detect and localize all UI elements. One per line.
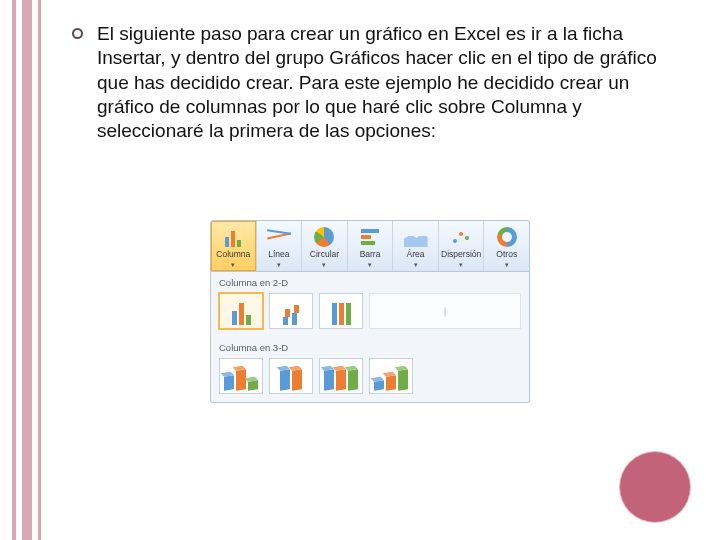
chevron-down-icon: ▾ — [414, 261, 418, 268]
chevron-down-icon: ▾ — [459, 261, 463, 268]
bar-chart-icon — [361, 227, 379, 247]
scatter-chart-icon — [450, 227, 472, 247]
decor-stripe — [12, 0, 16, 540]
chevron-down-icon: ▾ — [277, 261, 281, 268]
gallery-section-3d-title: Columna en 3-D — [211, 337, 529, 356]
chevron-down-icon: ▾ — [505, 261, 509, 268]
paragraph-text: El siguiente paso para crear un gráfico … — [97, 22, 657, 144]
chevron-down-icon: ▾ — [368, 261, 372, 268]
column-chart-icon — [219, 225, 247, 247]
column-chart-gallery: Columna en 2-D | Columna en 3-D — [210, 272, 530, 403]
slide: El siguiente paso para crear un gráfico … — [0, 0, 720, 540]
gallery-row-2d: | — [211, 291, 529, 337]
chart-thumb-3d-column[interactable] — [369, 358, 413, 394]
decor-circle — [620, 452, 690, 522]
content-area: El siguiente paso para crear un gráfico … — [72, 22, 680, 144]
chart-thumb-100pct-stacked-column[interactable] — [319, 293, 363, 329]
decor-stripe — [38, 0, 41, 540]
chart-type-label: Columna — [216, 249, 250, 259]
chart-type-label: Línea — [268, 249, 289, 259]
chart-type-label: Otros — [496, 249, 517, 259]
chart-type-label: Barra — [360, 249, 381, 259]
chart-type-area[interactable]: Área ▾ — [393, 221, 439, 271]
decor-stripe — [22, 0, 32, 540]
chart-type-dispersion[interactable]: Dispersión ▾ — [439, 221, 485, 271]
bullet-icon — [72, 28, 83, 39]
chart-thumb-3d-clustered[interactable] — [219, 358, 263, 394]
chart-thumb-3d-stacked[interactable] — [269, 358, 313, 394]
chart-ribbon-screenshot: Columna ▾ Línea ▾ Circular ▾ Barra ▾ Áre… — [210, 220, 530, 403]
chevron-down-icon: ▾ — [231, 261, 235, 268]
chart-type-label: Circular — [310, 249, 339, 259]
line-chart-icon — [265, 225, 293, 247]
chart-type-linea[interactable]: Línea ▾ — [257, 221, 303, 271]
gallery-section-2d-title: Columna en 2-D — [211, 272, 529, 291]
chart-type-label: Área — [407, 249, 425, 259]
area-chart-icon — [404, 229, 428, 247]
chart-thumb-3d-100pct[interactable] — [319, 358, 363, 394]
pie-chart-icon — [314, 227, 334, 247]
chart-type-ribbon: Columna ▾ Línea ▾ Circular ▾ Barra ▾ Áre… — [210, 220, 530, 272]
chart-type-columna[interactable]: Columna ▾ — [211, 221, 257, 271]
chart-thumb-stacked-column[interactable] — [269, 293, 313, 329]
chart-type-label: Dispersión — [441, 249, 481, 259]
gallery-empty-cell: | — [369, 293, 521, 329]
gallery-row-3d — [211, 356, 529, 402]
chevron-down-icon: ▾ — [322, 261, 326, 268]
bullet-item: El siguiente paso para crear un gráfico … — [72, 22, 680, 144]
chart-type-otros[interactable]: Otros ▾ — [484, 221, 529, 271]
chart-type-barra[interactable]: Barra ▾ — [348, 221, 394, 271]
chart-thumb-clustered-column[interactable] — [219, 293, 263, 329]
other-charts-icon — [497, 227, 517, 247]
chart-type-circular[interactable]: Circular ▾ — [302, 221, 348, 271]
